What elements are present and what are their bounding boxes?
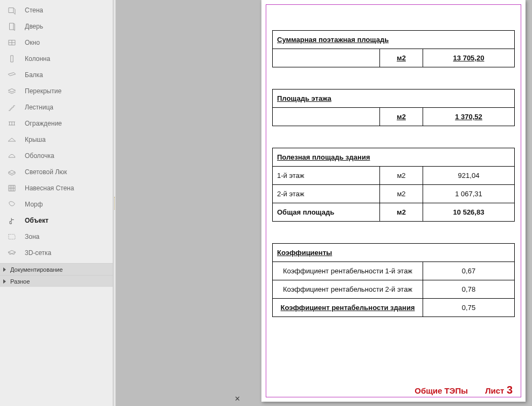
tool-label: Крыша <box>25 136 46 143</box>
block-title: Площадь этажа <box>273 90 515 108</box>
tool-door[interactable]: Дверь <box>0 18 113 35</box>
roof-icon <box>6 134 17 145</box>
unit-cell: м2 <box>380 49 423 67</box>
tep-block-floor-area: Площадь этажа м2 1 370,52 <box>272 89 515 126</box>
wall-icon <box>6 5 17 16</box>
tool-wall[interactable]: Стена <box>0 2 113 18</box>
section-misc[interactable]: Разное <box>0 275 113 287</box>
mesh-icon <box>6 247 17 258</box>
row-label: Коэффициент рентабельности здания <box>273 299 423 317</box>
origin-marker-icon: ✕ <box>234 395 240 403</box>
block-title: Суммарная поэтажная площадь <box>273 31 515 49</box>
tep-block-useful-area: Полезная площадь здания 1-й этажм2921,04… <box>272 148 515 222</box>
sheet-title: Общие ТЭПы <box>414 386 468 395</box>
value-cell: 0,78 <box>423 280 515 299</box>
morph-icon <box>6 199 17 210</box>
tool-label: 3D-сетка <box>25 249 51 257</box>
block-title: Полезная площадь здания <box>273 148 515 167</box>
value-cell: 10 526,83 <box>423 203 515 222</box>
tool-beam[interactable]: Балка <box>0 67 113 83</box>
tool-label: Окно <box>25 39 40 46</box>
sheet-content: Суммарная поэтажная площадь м2 13 705,20… <box>272 11 515 387</box>
zone-icon <box>6 231 17 242</box>
unit-cell: м2 <box>380 203 423 222</box>
tool-label: Световой Люк <box>25 168 67 176</box>
tool-label: Ограждение <box>25 120 62 127</box>
row-label: Общая площадь <box>273 203 380 222</box>
slab-icon <box>6 86 17 97</box>
tool-label: Дверь <box>25 23 43 30</box>
value-cell: 921,04 <box>423 167 515 185</box>
column-icon <box>6 53 17 64</box>
stair-icon <box>6 102 17 113</box>
beam-icon <box>6 70 17 80</box>
unit-cell: м2 <box>380 108 423 126</box>
value-cell: 1 370,52 <box>423 108 515 126</box>
value-cell: 1 067,31 <box>423 185 515 203</box>
tool-stair[interactable]: Лестница <box>0 99 113 115</box>
section-label: Документирование <box>10 266 63 273</box>
tool-label: Навесная Стена <box>25 184 74 192</box>
layout-canvas[interactable]: Суммарная поэтажная площадь м2 13 705,20… <box>116 0 532 406</box>
tool-column[interactable]: Колонна <box>0 51 113 67</box>
object-icon <box>6 215 17 226</box>
tool-railing[interactable]: Ограждение <box>0 115 113 132</box>
tool-skylight[interactable]: Световой Люк <box>0 164 113 180</box>
tep-block-total-area: Суммарная поэтажная площадь м2 13 705,20 <box>272 30 515 67</box>
tool-label: Перекрытие <box>25 87 61 95</box>
tool-label: Колонна <box>25 55 50 63</box>
tool-morph[interactable]: Морф <box>0 196 113 212</box>
unit-cell: м2 <box>380 185 423 203</box>
curtainwall-icon <box>6 183 17 194</box>
value-cell: 0,75 <box>423 299 515 317</box>
shell-icon <box>6 150 17 161</box>
tool-label: Стена <box>25 6 43 14</box>
sheet-footer: Общие ТЭПы Лист 3 <box>414 384 513 396</box>
layout-sheet[interactable]: Суммарная поэтажная площадь м2 13 705,20… <box>261 0 526 402</box>
empty-cell <box>273 49 380 67</box>
tool-shell[interactable]: Оболочка <box>0 148 113 164</box>
tool-label: Объект <box>25 217 49 224</box>
tool-label: Лестница <box>25 104 53 111</box>
tool-label: Оболочка <box>25 152 54 160</box>
tool-mesh[interactable]: 3D-сетка <box>0 245 113 261</box>
row-label: Коэффициент рентабельности 2-й этаж <box>273 280 423 299</box>
chevron-right-icon <box>3 267 6 272</box>
tool-label: Зона <box>25 233 39 240</box>
tool-label: Морф <box>25 201 43 208</box>
tool-roof[interactable]: Крыша <box>0 132 113 148</box>
tool-list: СтенаДверьОкноКолоннаБалкаПерекрытиеЛест… <box>0 0 113 263</box>
tool-curtainwall[interactable]: Навесная Стена <box>0 180 113 196</box>
toolbox-sidebar: СтенаДверьОкноКолоннаБалкаПерекрытиеЛест… <box>0 0 113 406</box>
door-icon <box>6 21 17 32</box>
empty-cell <box>273 108 380 126</box>
row-label: 1-й этаж <box>273 167 380 185</box>
row-label: 2-й этаж <box>273 185 380 203</box>
chevron-right-icon <box>3 279 6 284</box>
block-title: Коэффициенты <box>273 244 515 262</box>
page-label: Лист <box>485 386 504 395</box>
row-label: Коэффициент рентабельности 1-й этаж <box>273 262 423 280</box>
window-icon <box>6 37 17 48</box>
page-number: 3 <box>507 384 513 396</box>
tool-label: Балка <box>25 71 43 79</box>
tool-zone[interactable]: Зона <box>0 229 113 245</box>
section-documenting[interactable]: Документирование <box>0 263 113 275</box>
tep-block-coefficients: Коэффициенты Коэффициент рентабельности … <box>272 243 515 317</box>
section-label: Разное <box>10 278 30 285</box>
tool-window[interactable]: Окно <box>0 35 113 51</box>
tool-slab[interactable]: Перекрытие <box>0 83 113 99</box>
tool-object[interactable]: Объект <box>0 212 113 229</box>
value-cell: 13 705,20 <box>423 49 515 67</box>
railing-icon <box>6 118 17 129</box>
unit-cell: м2 <box>380 167 423 185</box>
skylight-icon <box>6 167 17 177</box>
value-cell: 0,67 <box>423 262 515 280</box>
